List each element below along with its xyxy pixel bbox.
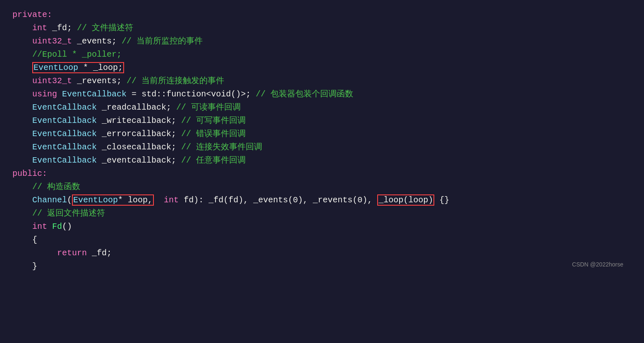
code-block: private: int _fd; // 文件描述符 uint32_t _eve… [12,8,632,273]
line-private: private: [12,8,632,22]
line-using: using EventCallback = std::function<void… [12,88,632,101]
line-poller-comment: //Epoll * _poller; [12,48,632,61]
line-writecallback: EventCallback _writecallback; // 可写事件回调 [12,114,632,127]
line-events: uint32_t _events; // 当前所监控的事件 [12,35,632,48]
line-return: return _fd; [12,247,632,260]
line-readcallback: EventCallback _readcallback; // 可读事件回调 [12,101,632,114]
line-constructor-comment: // 构造函数 [12,180,632,194]
line-fd: int _fd; // 文件描述符 [12,22,632,35]
line-open-brace: { [12,233,632,247]
watermark: CSDN @2022horse [572,260,623,269]
line-public: public: [12,167,632,180]
line-channel-constructor: Channel(EventLoop* loop, int fd): _fd(fd… [12,194,632,207]
line-loop: EventLoop * _loop; [12,61,632,74]
line-revents: uint32_t _revents; // 当前所连接触发的事件 [12,74,632,88]
line-eventcallback: EventCallback _eventcallback; // 任意事件回调 [12,154,632,167]
line-close-brace: } [12,260,632,273]
line-closecallback: EventCallback _closecallback; // 连接失效事件回… [12,141,632,154]
line-fd-fn: int Fd() [12,220,632,233]
line-errorcallback: EventCallback _errorcallback; // 错误事件回调 [12,127,632,141]
line-fd-comment: // 返回文件描述符 [12,207,632,220]
